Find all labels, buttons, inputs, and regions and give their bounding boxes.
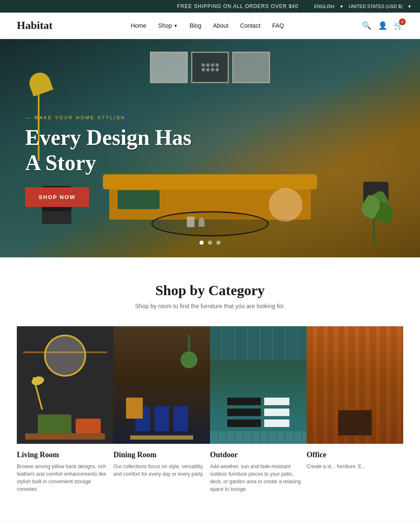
category-office-name: Office xyxy=(307,451,403,459)
currency-selector[interactable]: UNITED STATES (USD $) xyxy=(349,4,402,9)
category-outdoor-image xyxy=(210,326,307,444)
category-office-desc: Create a st... furniture. E... xyxy=(307,463,403,470)
plant-right xyxy=(357,182,395,245)
chevron-down-icon[interactable]: ▼ xyxy=(339,4,344,9)
shop-now-button[interactable]: SHOP NOW xyxy=(25,187,89,207)
search-button[interactable]: 🔍 xyxy=(362,21,371,30)
categories-subtitle: Shop by room to find the furniture that … xyxy=(17,303,403,309)
nav-about[interactable]: About xyxy=(213,22,228,29)
nav-blog[interactable]: Blog xyxy=(189,22,201,29)
coffee-table xyxy=(151,211,269,236)
account-button[interactable]: 👤 xyxy=(378,21,387,30)
category-office-image xyxy=(307,326,403,444)
cart-badge: 0 xyxy=(399,18,406,25)
category-outdoor[interactable]: Outdoor Add weather, sun and fade-resist… xyxy=(210,326,307,496)
category-dining-room[interactable]: Dining Room Our collections focus on sty… xyxy=(113,326,210,496)
nav-shop[interactable]: Shop ▼ xyxy=(158,22,178,29)
search-icon: 🔍 xyxy=(362,21,371,30)
hero-eyebrow: MAKE YOUR HOME STYLISH xyxy=(25,115,193,120)
categories-grid: Living Room Browse among pillow back des… xyxy=(17,326,403,496)
user-icon: 👤 xyxy=(378,21,387,30)
category-dining-room-info: Dining Room Our collections focus on sty… xyxy=(113,444,210,481)
carousel-dot-3[interactable] xyxy=(216,241,220,245)
currency-chevron-icon[interactable]: ▼ xyxy=(407,4,412,9)
categories-title: Shop by Category xyxy=(17,283,403,299)
hero-title: Every Design Has A Story xyxy=(25,125,193,176)
category-outdoor-name: Outdoor xyxy=(210,451,307,459)
category-living-room[interactable]: Living Room Browse among pillow back des… xyxy=(17,326,113,496)
cart-button[interactable]: 🛒 0 xyxy=(394,21,403,30)
nav-contact[interactable]: Contact xyxy=(240,22,260,29)
category-office-info: Office Create a st... furniture. E... xyxy=(307,444,403,474)
shop-chevron-icon: ▼ xyxy=(173,24,178,28)
shipping-announcement: FREE SHIPPING ON ALL ORDERS OVER $40 xyxy=(161,3,314,9)
carousel-dot-1[interactable] xyxy=(200,241,204,245)
category-living-room-image xyxy=(17,326,113,444)
language-selector[interactable]: ENGLISH xyxy=(314,4,334,9)
hero-content: MAKE YOUR HOME STYLISH Every Design Has … xyxy=(25,115,193,207)
site-logo[interactable]: Habitat xyxy=(17,19,52,32)
frame-3 xyxy=(232,52,270,83)
header-icons: 🔍 👤 🛒 0 xyxy=(362,21,403,30)
category-outdoor-desc: Add weather, sun and fade-resistant outd… xyxy=(210,463,307,493)
frame-2 xyxy=(191,52,229,83)
wall-frames xyxy=(150,52,270,83)
category-living-room-info: Living Room Browse among pillow back des… xyxy=(17,444,113,496)
hero-carousel-dots xyxy=(200,241,220,245)
category-dining-room-image xyxy=(113,326,210,444)
category-office[interactable]: Office Create a st... furniture. E... xyxy=(307,326,403,496)
nav-faq[interactable]: FAQ xyxy=(272,22,284,29)
category-outdoor-info: Outdoor Add weather, sun and fade-resist… xyxy=(210,444,307,496)
nav-home[interactable]: Home xyxy=(131,22,146,29)
category-dining-room-name: Dining Room xyxy=(113,451,210,459)
top-bar: FREE SHIPPING ON ALL ORDERS OVER $40 ENG… xyxy=(0,0,420,13)
shop-by-category-section: Shop by Category Shop by room to find th… xyxy=(0,257,420,521)
category-dining-room-desc: Our collections focus on style, versatil… xyxy=(113,463,210,478)
hero-section: MAKE YOUR HOME STYLISH Every Design Has … xyxy=(0,39,420,257)
brands-section: JARDAN vitra. Allermuir MOROSO™ FortyWin… xyxy=(0,521,420,524)
frame-1 xyxy=(150,52,188,83)
site-header: Habitat Home Shop ▼ Blog About Contact F… xyxy=(0,13,420,39)
main-nav: Home Shop ▼ Blog About Contact FAQ xyxy=(131,22,284,29)
top-bar-right: ENGLISH ▼ UNITED STATES (USD $) ▼ xyxy=(314,4,412,9)
carousel-dot-2[interactable] xyxy=(208,241,212,245)
category-living-room-name: Living Room xyxy=(17,451,113,459)
category-living-room-desc: Browse among pillow back designs, rich l… xyxy=(17,463,113,493)
